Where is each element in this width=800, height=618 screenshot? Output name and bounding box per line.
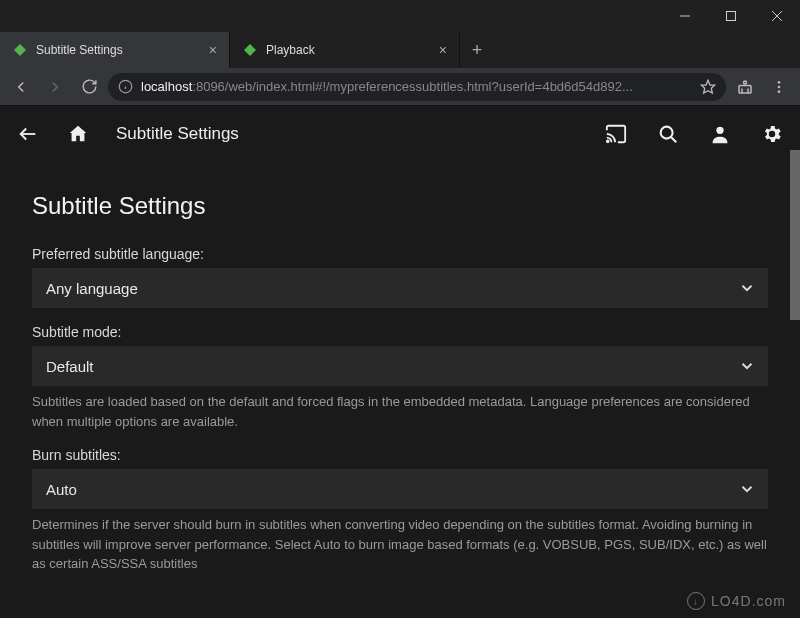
page-content: Subtitle Settings Subtitle Settings Pref… xyxy=(0,106,800,618)
chevron-down-icon xyxy=(738,357,756,375)
subtitle-mode-select[interactable]: Default xyxy=(32,346,768,386)
app-back-button[interactable] xyxy=(16,122,40,146)
svg-rect-10 xyxy=(739,85,751,93)
home-button[interactable] xyxy=(66,122,90,146)
close-icon[interactable]: × xyxy=(209,42,217,58)
settings-form: Subtitle Settings Preferred subtitle lan… xyxy=(0,162,800,598)
new-tab-button[interactable]: + xyxy=(460,32,494,68)
app-title: Subtitle Settings xyxy=(116,124,239,144)
svg-point-18 xyxy=(607,140,609,142)
select-value: Any language xyxy=(46,280,138,297)
svg-rect-1 xyxy=(727,12,736,21)
watermark-icon: ↓ xyxy=(687,592,705,610)
browser-tab-bar: Subtitle Settings × Playback × + xyxy=(0,32,800,68)
chevron-down-icon xyxy=(738,279,756,297)
nav-back-button[interactable] xyxy=(6,72,36,102)
burn-subtitles-select[interactable]: Auto xyxy=(32,469,768,509)
browser-tab-active[interactable]: Subtitle Settings × xyxy=(0,32,230,68)
select-value: Default xyxy=(46,358,94,375)
tab-title: Playback xyxy=(266,43,431,57)
search-button[interactable] xyxy=(656,122,680,146)
svg-point-14 xyxy=(778,81,781,84)
window-maximize-button[interactable] xyxy=(708,0,754,32)
chevron-down-icon xyxy=(738,480,756,498)
emby-icon xyxy=(242,42,258,58)
svg-point-21 xyxy=(716,127,723,134)
watermark-text: LO4D.com xyxy=(711,593,786,609)
cast-button[interactable] xyxy=(604,122,628,146)
preferred-language-select[interactable]: Any language xyxy=(32,268,768,308)
burn-subtitles-label: Burn subtitles: xyxy=(32,447,768,463)
svg-point-19 xyxy=(661,127,673,139)
browser-toolbar: localhost:8096/web/index.html#!/myprefer… xyxy=(0,68,800,106)
nav-forward-button[interactable] xyxy=(40,72,70,102)
svg-marker-5 xyxy=(244,44,256,56)
svg-marker-4 xyxy=(14,44,26,56)
subtitle-mode-label: Subtitle mode: xyxy=(32,324,768,340)
browser-tab-inactive[interactable]: Playback × xyxy=(230,32,460,68)
scrollbar-thumb[interactable] xyxy=(790,150,800,320)
svg-line-20 xyxy=(671,137,676,142)
svg-point-16 xyxy=(778,90,781,93)
svg-point-11 xyxy=(744,81,747,84)
page-heading: Subtitle Settings xyxy=(32,192,768,220)
user-button[interactable] xyxy=(708,122,732,146)
svg-marker-9 xyxy=(701,80,714,93)
browser-menu-button[interactable] xyxy=(764,72,794,102)
app-header: Subtitle Settings xyxy=(0,106,800,162)
address-path: :8096/web/index.html#!/mypreferencessubt… xyxy=(192,79,632,94)
address-bar[interactable]: localhost:8096/web/index.html#!/myprefer… xyxy=(108,73,726,101)
window-close-button[interactable] xyxy=(754,0,800,32)
close-icon[interactable]: × xyxy=(439,42,447,58)
emby-icon xyxy=(12,42,28,58)
select-value: Auto xyxy=(46,481,77,498)
settings-button[interactable] xyxy=(760,122,784,146)
tab-title: Subtitle Settings xyxy=(36,43,201,57)
preferred-language-label: Preferred subtitle language: xyxy=(32,246,768,262)
address-host: localhost xyxy=(141,79,192,94)
site-info-icon[interactable] xyxy=(118,79,133,94)
svg-point-15 xyxy=(778,85,781,88)
burn-subtitles-hint: Determines if the server should burn in … xyxy=(32,515,768,574)
window-minimize-button[interactable] xyxy=(662,0,708,32)
window-title-bar xyxy=(0,0,800,32)
star-icon[interactable] xyxy=(700,79,716,95)
extensions-button[interactable] xyxy=(730,72,760,102)
subtitle-mode-hint: Subtitles are loaded based on the defaul… xyxy=(32,392,768,431)
watermark: ↓ LO4D.com xyxy=(687,592,786,610)
reload-button[interactable] xyxy=(74,72,104,102)
